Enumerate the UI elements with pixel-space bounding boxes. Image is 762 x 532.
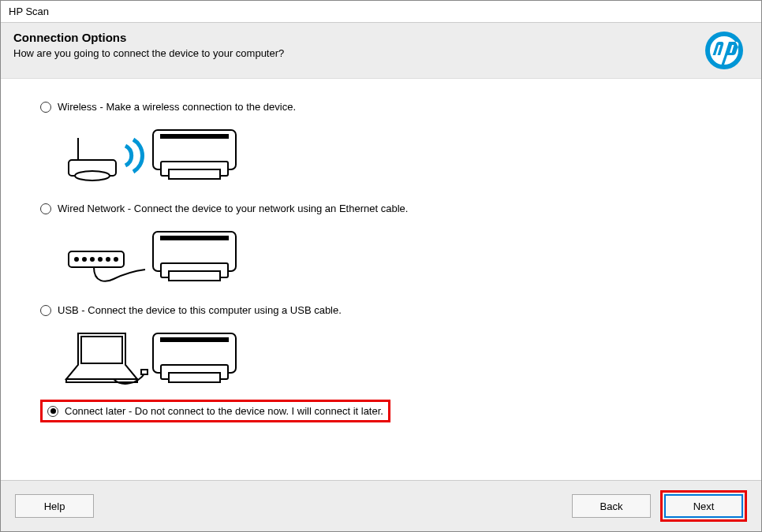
radio-icon <box>47 406 58 417</box>
svg-rect-24 <box>161 338 228 341</box>
next-button[interactable]: Next <box>664 494 743 518</box>
svg-rect-19 <box>81 337 122 363</box>
option-connect-later[interactable]: Connect later - Do not connect to the de… <box>47 405 383 417</box>
svg-rect-20 <box>141 370 148 374</box>
option-wireless[interactable]: Wireless - Make a wireless connection to… <box>40 101 730 113</box>
svg-point-11 <box>91 258 94 261</box>
svg-point-12 <box>99 258 102 261</box>
radio-icon <box>40 102 51 113</box>
radio-icon <box>40 305 51 316</box>
next-button-highlight: Next <box>660 490 747 522</box>
svg-rect-18 <box>161 236 228 240</box>
option-wireless-label: Wireless - Make a wireless connection to… <box>58 101 296 113</box>
back-button[interactable]: Back <box>572 494 651 518</box>
window-title: HP Scan <box>9 6 49 17</box>
window-titlebar: HP Scan <box>1 1 761 23</box>
wizard-footer: Help Back Next <box>1 480 761 531</box>
svg-point-3 <box>75 171 110 180</box>
option-usb[interactable]: USB - Connect the device to this compute… <box>40 304 730 316</box>
wireless-illustration-icon <box>40 117 730 195</box>
option-usb-label: USB - Connect the device to this compute… <box>58 304 342 316</box>
svg-point-13 <box>106 258 110 261</box>
svg-rect-23 <box>169 373 220 382</box>
svg-rect-17 <box>169 271 220 281</box>
page-title: Connection Options <box>13 31 284 44</box>
option-wired-label: Wired Network - Connect the device to yo… <box>58 203 408 214</box>
option-connect-later-highlight: Connect later - Do not connect to the de… <box>40 400 390 422</box>
svg-point-14 <box>114 258 118 261</box>
hp-logo-icon <box>704 31 749 73</box>
page-subtitle: How are you going to connect the device … <box>13 47 284 59</box>
svg-point-9 <box>75 258 78 261</box>
wired-illustration-icon <box>40 219 730 296</box>
usb-illustration-icon <box>40 321 730 398</box>
radio-icon <box>40 203 51 214</box>
wizard-header: Connection Options How are you going to … <box>1 23 761 79</box>
svg-point-10 <box>83 258 86 261</box>
option-connect-later-label: Connect later - Do not connect to the de… <box>65 405 383 417</box>
svg-rect-7 <box>161 135 228 138</box>
help-button[interactable]: Help <box>15 494 94 518</box>
content-panel: Wireless - Make a wireless connection to… <box>1 79 761 437</box>
svg-rect-6 <box>169 169 220 179</box>
option-wired[interactable]: Wired Network - Connect the device to yo… <box>40 203 730 214</box>
